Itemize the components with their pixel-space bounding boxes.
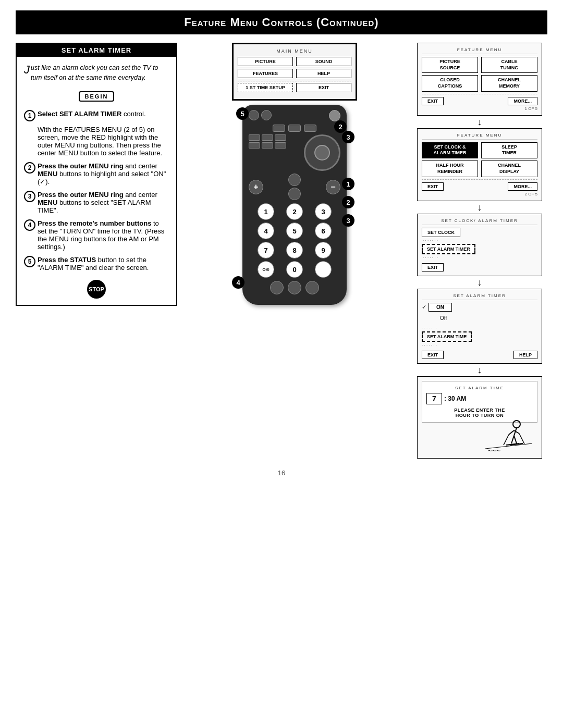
- intro-text: J ust like an alarm clock you can set th…: [24, 63, 169, 83]
- check-on-icon: ✓: [422, 304, 426, 311]
- remote-ch-up[interactable]: [249, 134, 260, 141]
- num-7[interactable]: 7: [258, 242, 274, 258]
- feature-menu-screen-1: FEATURE MENU PICTURESOURCE CABLETUNING C…: [417, 43, 542, 116]
- remote-step-3-bot: 3: [342, 214, 354, 227]
- remote-info-btn[interactable]: [288, 125, 301, 132]
- remote-body: + − 1 2 3 4 5 6: [242, 105, 347, 305]
- btn-exit-2: EXIT: [422, 182, 444, 191]
- arrow-4: ↓: [478, 365, 482, 375]
- set-clock-alarm-screen: SET CLOCK/ ALARM TIMER SET CLOCK · · · ·…: [417, 214, 542, 276]
- star-btn[interactable]: [288, 174, 301, 186]
- alarm-hour-box: 7: [426, 393, 442, 404]
- feature-menu-2-label: FEATURE MENU: [422, 133, 537, 140]
- drop-cap: J: [24, 64, 30, 76]
- main-layout: SET ALARM TIMER J ust like an alarm cloc…: [16, 43, 547, 459]
- num-2[interactable]: 2: [286, 203, 303, 220]
- remote-pip-btn[interactable]: [288, 281, 301, 294]
- svg-line-9: [519, 434, 524, 444]
- step-2-num: 2: [24, 162, 35, 174]
- num-1[interactable]: 1: [258, 203, 274, 220]
- remote-power-btn[interactable]: [329, 110, 340, 121]
- btn-picture-source: PICTURESOURCE: [422, 57, 478, 73]
- remote-pos-btn[interactable]: [270, 281, 284, 294]
- left-panel: SET ALARM TIMER J ust like an alarm cloc…: [16, 43, 177, 306]
- tv-screen-label: MAIN MENU: [238, 48, 351, 54]
- remote-touch-btn[interactable]: [273, 125, 285, 132]
- tv-menu-row-2: FEATURES HELP: [238, 69, 351, 78]
- num-5[interactable]: 5: [286, 223, 303, 239]
- tv-menu-row-1: PICTURE SOUND: [238, 57, 351, 66]
- step-4-num: 4: [24, 219, 35, 231]
- remote-ch-dn[interactable]: [262, 134, 273, 141]
- alarm-time-screen: SET ALARM TIME 7 : 30 AM PLEASE ENTER TH…: [417, 376, 542, 459]
- svg-line-4: [511, 436, 514, 443]
- btn-on: ON: [429, 303, 452, 312]
- num-0[interactable]: 0: [286, 261, 303, 278]
- set-clock-alarm-label: SET CLOCK/ ALARM TIMER: [422, 218, 537, 225]
- step-5: 5 Press the STATUS button to set the "AL…: [24, 256, 169, 272]
- begin-badge: BEGIN: [79, 91, 115, 102]
- remote-bottom-row: [249, 281, 340, 294]
- btn-exit-4: EXIT: [422, 351, 444, 359]
- btn-channel-memory: CHANNELMEMORY: [481, 75, 537, 91]
- tv-screen: MAIN MENU PICTURE SOUND FEATURES HELP 1 …: [232, 43, 357, 101]
- num-3[interactable]: 3: [315, 203, 332, 220]
- menu-ring-center[interactable]: [314, 145, 330, 161]
- page-title: Feature Menu Controls (Continued): [16, 10, 547, 34]
- stop-badge: STOP: [87, 280, 106, 299]
- remote-swap-btn[interactable]: [305, 281, 319, 294]
- remote-tpon[interactable]: [262, 142, 273, 149]
- remote-btn-aa[interactable]: [249, 110, 259, 120]
- btn-set-clock-alarm: SET CLOCK &ALARM TIMER: [422, 142, 478, 158]
- alarm-time-display: 7 : 30 AM: [426, 393, 533, 404]
- vol-minus-btn[interactable]: −: [326, 180, 340, 194]
- num-cc[interactable]: ⊙⊙: [258, 261, 274, 278]
- step-4: 4 Press the remote's number buttons to s…: [24, 219, 169, 251]
- tv-menu-row-3: 1 ST TIME SETUP EXIT: [238, 83, 351, 92]
- num-8[interactable]: 8: [286, 242, 303, 258]
- svg-text:〜〜〜: 〜〜〜: [488, 449, 500, 453]
- vol-plus-btn[interactable]: +: [249, 180, 263, 194]
- btn-sleep-timer: SLEEPTIMER: [481, 142, 537, 158]
- remote-ch-add[interactable]: [275, 134, 286, 141]
- btn-more-2: MORE...: [508, 182, 537, 191]
- btn-off: Off: [432, 314, 537, 323]
- btn-exit-1: EXIT: [422, 97, 444, 105]
- btn-more-1: MORE...: [508, 97, 537, 105]
- remote-step-2-mid: 2: [342, 196, 354, 208]
- feature-menu-1-label: FEATURE MENU: [422, 47, 537, 54]
- set-alarm-timer-label: SET ALARM TIMER: [422, 293, 537, 300]
- step-1-num: 1: [24, 110, 35, 121]
- tv-btn-picture: PICTURE: [238, 57, 293, 66]
- arrow-3: ↓: [478, 278, 482, 287]
- btn-channel-display: CHANNELDISPLAY: [481, 161, 537, 177]
- num-9[interactable]: 9: [315, 242, 332, 258]
- remote-wrapper: 2 3 1 2 3 5: [232, 105, 357, 305]
- remote-btn-ab[interactable]: [261, 110, 272, 120]
- numpad: 1 2 3 4 5 6 7 8 9 ⊙⊙ 0: [253, 203, 336, 278]
- mute-btn[interactable]: [288, 188, 301, 200]
- right-panel: FEATURE MENU PICTURESOURCE CABLETUNING C…: [412, 43, 547, 459]
- num-blank[interactable]: [315, 261, 332, 278]
- num-6[interactable]: 6: [315, 223, 332, 239]
- alarm-time-screen-label: SET ALARM TIME: [426, 386, 533, 390]
- remote-src[interactable]: [275, 142, 286, 149]
- page-indicator-2: 2 OF 5: [422, 192, 537, 196]
- remote-dram[interactable]: [249, 142, 260, 149]
- svg-line-2: [509, 430, 514, 435]
- tv-btn-exit: EXIT: [296, 83, 351, 92]
- left-panel-header: SET ALARM TIMER: [17, 44, 176, 57]
- tv-btn-sound: SOUND: [296, 57, 351, 66]
- skier-icon: 〜〜〜: [485, 420, 532, 454]
- menu-ring[interactable]: [304, 134, 340, 171]
- btn-cable-tuning: CABLETUNING: [481, 57, 537, 73]
- remote-step-5-top: 5: [236, 107, 249, 120]
- tv-btn-help: HELP: [296, 69, 351, 78]
- step-2: 2 Press the outer MENU ring and center M…: [24, 162, 169, 186]
- please-enter-text: PLEASE ENTER THEHOUR TO TURN ON: [426, 408, 533, 418]
- step-3-num: 3: [24, 191, 35, 202]
- step-1: 1 Select SET ALARM TIMER control. With t…: [24, 110, 169, 157]
- num-4[interactable]: 4: [258, 223, 274, 239]
- remote-source-btn[interactable]: [304, 125, 316, 132]
- center-panel: MAIN MENU PICTURE SOUND FEATURES HELP 1 …: [188, 43, 401, 305]
